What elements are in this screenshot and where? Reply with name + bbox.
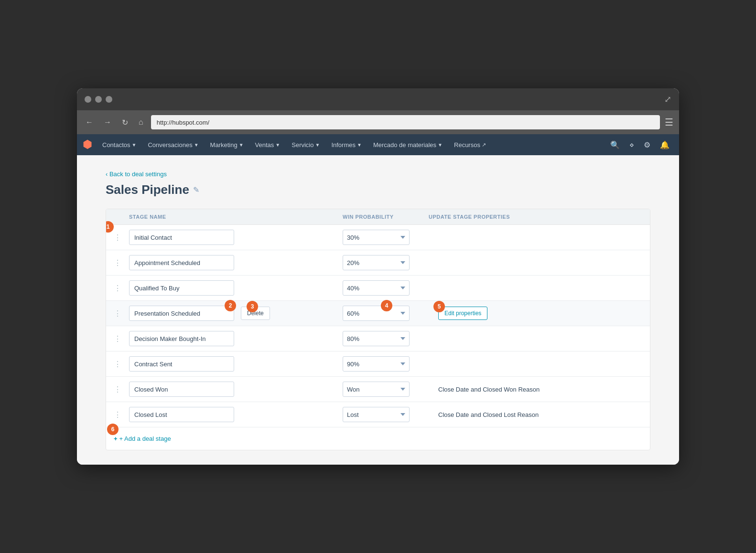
win-prob-select-presentation[interactable]: 60% 20% 30% 40% 80% bbox=[343, 306, 410, 321]
annotation-badge-5: 5 bbox=[433, 301, 445, 312]
annotation-badge-2: 2 bbox=[225, 300, 236, 311]
expand-icon[interactable]: ⤢ bbox=[664, 94, 671, 105]
notifications-button[interactable]: 🔔 bbox=[656, 138, 673, 152]
window-controls bbox=[85, 96, 112, 103]
win-prob-cell-presentation: 4 60% 20% 30% 40% 80% bbox=[343, 306, 429, 321]
stage-name-cell bbox=[129, 280, 343, 296]
url-input[interactable] bbox=[151, 115, 660, 129]
win-prob-select-appt-scheduled[interactable]: 20% 30% 40% bbox=[343, 255, 410, 270]
stage-name-input-decision-maker[interactable] bbox=[129, 331, 234, 346]
nav-marketing[interactable]: Marketing ▼ bbox=[205, 139, 248, 150]
nav-conversaciones[interactable]: Conversaciones ▼ bbox=[143, 139, 203, 150]
chevron-down-icon: ▼ bbox=[315, 142, 320, 148]
annotation-badge-4: 4 bbox=[381, 300, 392, 311]
stage-name-cell bbox=[129, 255, 343, 270]
win-prob-cell: 80% 60% 90% bbox=[343, 331, 429, 346]
nav-servicio[interactable]: Servicio ▼ bbox=[287, 139, 324, 150]
drag-handle[interactable]: ⋮ bbox=[114, 385, 129, 394]
win-prob-cell: 90% 80% 100% bbox=[343, 356, 429, 372]
chevron-down-icon: ▼ bbox=[194, 142, 199, 148]
add-stage-label: + Add a deal stage bbox=[119, 435, 171, 442]
add-deal-stage-button[interactable]: + + Add a deal stage bbox=[114, 435, 171, 442]
stage-name-input-qualified[interactable] bbox=[129, 280, 234, 296]
forward-button[interactable]: → bbox=[101, 116, 114, 128]
nav-mercado[interactable]: Mercado de materiales ▼ bbox=[368, 139, 447, 150]
stage-name-cell bbox=[129, 356, 343, 372]
stage-name-cell bbox=[129, 407, 343, 422]
win-prob-cell: Won Lost 100% bbox=[343, 382, 429, 397]
table-header: STAGE NAME WIN PROBABILITY UPDATE STAGE … bbox=[106, 209, 650, 225]
nav-right-icons: 🔍 ⋄ ⚙ 🔔 bbox=[606, 138, 673, 152]
table-row: ⋮ 20% 30% 40% bbox=[106, 250, 650, 276]
stage-name-input-contract-sent[interactable] bbox=[129, 356, 234, 372]
maximize-btn[interactable] bbox=[106, 96, 112, 103]
stage-name-cell-presentation: 2 3 Delete bbox=[129, 306, 343, 321]
col-win-prob: WIN PROBABILITY bbox=[343, 214, 429, 220]
drag-handle[interactable]: ⋮ bbox=[114, 284, 129, 293]
table-row: ⋮ 80% 60% 90% bbox=[106, 326, 650, 351]
drag-handle[interactable]: ⋮ bbox=[114, 309, 129, 318]
chevron-down-icon: ▼ bbox=[275, 142, 280, 148]
hubspot-logo: ⬢ bbox=[83, 138, 92, 151]
win-prob-select-decision-maker[interactable]: 80% 60% 90% bbox=[343, 331, 410, 346]
table-row: 1 ⋮ 30% 20% 40% 60% 80% 90% bbox=[106, 225, 650, 250]
nav-ventas[interactable]: Ventas ▼ bbox=[250, 139, 285, 150]
add-stage-row: 6 + + Add a deal stage bbox=[106, 427, 650, 450]
drag-handle[interactable]: ⋮ bbox=[114, 258, 129, 267]
table-row: ⋮ 90% 80% 100% bbox=[106, 351, 650, 377]
page-title: Sales Pipeline bbox=[106, 182, 189, 197]
drag-handle[interactable]: ⋮ bbox=[114, 360, 129, 369]
settings-button[interactable]: ⚙ bbox=[640, 138, 654, 152]
title-bar: ⤢ bbox=[77, 88, 679, 110]
win-prob-cell: Lost Won 0% bbox=[343, 407, 429, 422]
back-to-deal-settings-link[interactable]: ‹ Back to deal settings bbox=[106, 170, 167, 178]
stage-props-closed-won: Close Date and Closed Won Reason bbox=[429, 386, 642, 393]
stage-name-cell bbox=[129, 382, 343, 397]
page-content: ‹ Back to deal settings Sales Pipeline ✎… bbox=[77, 155, 679, 465]
win-prob-select-qualified[interactable]: 40% 20% 30% 60% bbox=[343, 280, 410, 296]
table-row: ⋮ Won Lost 100% Close Date and Closed Wo… bbox=[106, 377, 650, 402]
hubspot-navbar: ⬢ Contactos ▼ Conversaciones ▼ Marketing… bbox=[77, 134, 679, 155]
browser-menu-button[interactable]: ☰ bbox=[665, 117, 673, 128]
stage-name-input-closed-lost[interactable] bbox=[129, 407, 234, 422]
table-row: ⋮ 40% 20% 30% 60% bbox=[106, 276, 650, 301]
table-row: ⋮ Lost Won 0% Close Date and Closed Lost… bbox=[106, 402, 650, 427]
stage-name-cell bbox=[129, 331, 343, 346]
stage-name-cell bbox=[129, 230, 343, 245]
nav-informes[interactable]: Informes ▼ bbox=[326, 139, 366, 150]
win-prob-select-closed-lost[interactable]: Lost Won 0% bbox=[343, 407, 410, 422]
stage-name-input-closed-won[interactable] bbox=[129, 382, 234, 397]
win-prob-select-closed-won[interactable]: Won Lost 100% bbox=[343, 382, 410, 397]
back-button[interactable]: ← bbox=[83, 116, 96, 128]
chevron-down-icon: ▼ bbox=[132, 142, 137, 148]
grid-button[interactable]: ⋄ bbox=[626, 138, 638, 152]
chevron-down-icon: ▼ bbox=[239, 142, 244, 148]
drag-handle[interactable]: ⋮ bbox=[114, 410, 129, 419]
annotation-badge-6: 6 bbox=[107, 424, 119, 435]
stage-name-input-presentation[interactable] bbox=[129, 306, 234, 321]
nav-contactos[interactable]: Contactos ▼ bbox=[97, 139, 141, 150]
stage-name-input-appt-scheduled[interactable] bbox=[129, 255, 234, 270]
win-prob-cell: 20% 30% 40% bbox=[343, 255, 429, 270]
edit-properties-button[interactable]: Edit properties bbox=[438, 307, 487, 320]
win-prob-cell: 30% 20% 40% 60% 80% 90% bbox=[343, 230, 429, 245]
drag-handle[interactable]: ⋮ bbox=[114, 233, 129, 242]
home-button[interactable]: ⌂ bbox=[136, 116, 146, 128]
win-prob-select-contract-sent[interactable]: 90% 80% 100% bbox=[343, 356, 410, 372]
search-button[interactable]: 🔍 bbox=[606, 138, 624, 152]
close-btn[interactable] bbox=[85, 96, 91, 103]
col-update-props: UPDATE STAGE PROPERTIES bbox=[429, 214, 642, 220]
pipeline-table: STAGE NAME WIN PROBABILITY UPDATE STAGE … bbox=[106, 209, 650, 450]
stage-props-presentation: 5 Edit properties bbox=[429, 307, 642, 320]
edit-pipeline-icon[interactable]: ✎ bbox=[193, 185, 199, 194]
col-stage-name: STAGE NAME bbox=[129, 214, 343, 220]
table-row-presentation-scheduled: ⋮ 2 3 Delete 4 60% 20% 30% 40% bbox=[106, 301, 650, 326]
stage-name-input-initial-contact[interactable] bbox=[129, 230, 234, 245]
nav-recursos[interactable]: Recursos ↗ bbox=[449, 139, 491, 150]
chevron-down-icon: ▼ bbox=[438, 142, 443, 148]
plus-icon: + bbox=[114, 435, 118, 442]
minimize-btn[interactable] bbox=[95, 96, 102, 103]
win-prob-select-initial-contact[interactable]: 30% 20% 40% 60% 80% 90% bbox=[343, 230, 410, 245]
refresh-button[interactable]: ↻ bbox=[119, 116, 131, 129]
drag-handle[interactable]: ⋮ bbox=[114, 334, 129, 343]
